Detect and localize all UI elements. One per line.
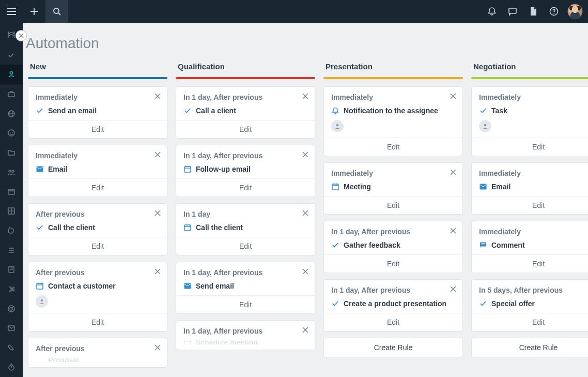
close-panel-button[interactable] [16,30,27,41]
phone-icon[interactable] [0,338,23,358]
close-icon[interactable] [152,266,163,277]
automation-card: ImmediatelyMeetingEdit [323,162,463,215]
assignee-avatar[interactable] [479,120,491,132]
assignee-avatar[interactable] [36,295,48,308]
close-icon[interactable] [300,208,311,218]
card-action-label: Follow-up email [196,165,251,173]
card-body: ImmediatelyNotification to the assignee [324,87,462,138]
automation-card: In 1 day, After previousGather feedbackE… [323,221,463,273]
edit-button[interactable]: Edit [176,295,315,313]
edit-button[interactable]: Edit [472,254,588,273]
mail-icon[interactable] [0,319,23,338]
card-trigger: In 1 day, After previous [183,268,307,277]
target-icon[interactable] [0,299,23,319]
edit-button[interactable]: Edit [324,196,462,214]
loop-icon[interactable] [0,221,23,240]
automation-card: In 1 day, After previousCall a clientEdi… [176,86,315,139]
close-icon[interactable] [300,325,311,335]
svg-point-17 [12,132,13,133]
user-avatar[interactable] [567,4,583,19]
list-icon[interactable] [0,240,23,260]
edit-button[interactable]: Edit [472,138,588,156]
edit-button[interactable]: Edit [176,237,315,255]
column-color-bar [323,77,463,79]
automation-card: In 1 day, After previousCreate a product… [323,279,463,331]
layout-icon[interactable] [0,201,23,221]
card-trigger: In 1 day, After previous [331,228,455,236]
card-action-label: Send email [196,282,234,290]
folder-icon[interactable] [0,143,23,162]
close-icon[interactable] [152,91,163,101]
card-action: Send an email [36,107,160,115]
doc-icon[interactable] [0,260,23,280]
globe-icon[interactable] [0,104,23,124]
close-icon[interactable] [448,91,458,101]
edit-button[interactable]: Edit [28,120,167,138]
create-rule-button[interactable]: Create Rule [323,338,463,357]
topbar-left [0,0,68,23]
close-icon[interactable] [448,225,458,236]
svg-point-33 [11,308,12,309]
svg-point-19 [12,170,14,172]
card-action-label: Proposal [48,358,79,362]
svg-rect-66 [184,225,191,231]
edit-button[interactable]: Edit [324,254,462,273]
chat-icon[interactable] [502,0,523,23]
card-action-label: Email [491,183,510,191]
smiley-icon[interactable] [0,124,23,143]
window-icon[interactable] [0,182,23,202]
check-icon[interactable] [0,46,23,65]
card-trigger: Immediately [331,169,455,177]
assignee-avatar[interactable] [331,120,344,132]
timer-icon[interactable] [0,357,23,377]
bell-icon[interactable] [482,0,502,23]
card-trigger: Immediately [479,169,588,177]
card-body: In 1 day, After previousGather feedback [324,221,462,254]
contacts-icon[interactable] [0,65,23,84]
column-color-bar [28,77,167,79]
briefcase-icon[interactable] [0,84,23,104]
flow-icon[interactable] [0,279,23,299]
close-icon[interactable] [152,149,163,160]
edit-button[interactable]: Edit [176,178,315,197]
close-icon[interactable] [300,91,311,101]
column-header: Negotiation [471,61,588,77]
close-icon[interactable] [448,284,458,294]
close-icon[interactable] [448,167,458,177]
column-header: Qualification [176,61,315,77]
automation-card: ImmediatelyEmailEdit [471,162,588,215]
check-icon [183,107,192,115]
card-trigger: Immediately [479,228,588,236]
close-icon[interactable] [300,149,311,160]
document-icon[interactable] [523,0,544,23]
search-icon[interactable] [45,0,68,23]
create-rule-button[interactable]: Create Rule [471,338,588,357]
close-icon[interactable] [152,342,163,353]
edit-button[interactable]: Edit [28,237,167,255]
card-list: ImmediatelySend an emailEditImmediatelyE… [28,86,167,368]
hamburger-menu-icon[interactable] [0,0,23,23]
automation-card: ImmediatelyNotification to the assigneeE… [323,86,463,156]
close-icon[interactable] [300,266,311,277]
card-body: After previousCall the client [28,204,167,237]
close-icon[interactable] [152,208,163,218]
card-list: ImmediatelyTaskEditImmediatelyEmailEditI… [471,86,588,357]
card-trigger: In 1 day, After previous [183,327,307,335]
people-icon[interactable] [0,162,23,182]
edit-button[interactable]: Edit [176,120,315,138]
automation-card: ImmediatelyTaskEdit [471,86,588,156]
column-color-bar [176,77,315,79]
column-new: NewImmediatelySend an emailEditImmediate… [28,61,167,368]
edit-button[interactable]: Edit [324,313,462,331]
edit-button[interactable]: Edit [324,138,462,156]
edit-button[interactable]: Edit [28,178,167,197]
help-icon[interactable] [544,0,564,23]
edit-button[interactable]: Edit [28,313,167,331]
edit-button[interactable]: Edit [472,313,588,331]
card-body: ImmediatelyMeeting [324,163,462,196]
automation-card: ImmediatelySend an emailEdit [28,86,167,139]
plus-icon[interactable] [23,0,45,23]
card-body: In 1 day, After previousSend email [176,262,315,295]
svg-rect-100 [480,243,486,247]
edit-button[interactable]: Edit [472,196,588,214]
